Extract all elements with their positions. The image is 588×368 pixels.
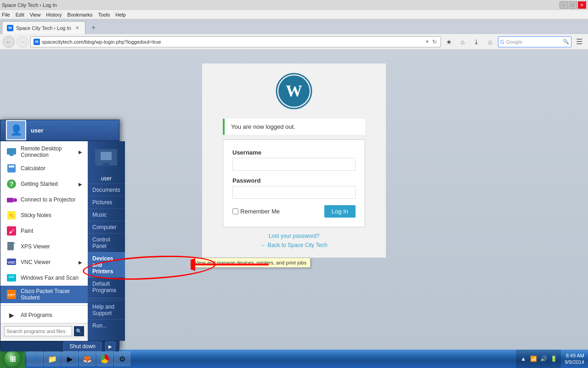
start-item-getting-started[interactable]: ? Getting Started ▶: [0, 176, 88, 192]
submenu-item-pictures[interactable]: Pictures: [88, 196, 125, 208]
star-icon[interactable]: ★: [443, 36, 455, 48]
menu-history[interactable]: History: [46, 12, 62, 17]
password-input[interactable]: [232, 186, 356, 199]
start-menu-search: 🔍: [0, 323, 88, 339]
submenu-user-text: user: [101, 175, 112, 182]
address-text: spacecitytech.com/blog/wp-login.php?logg…: [42, 39, 423, 45]
download-icon[interactable]: ⤓: [470, 36, 482, 48]
taskbar-item-misc[interactable]: ⚙: [114, 351, 130, 366]
taskbar-clock[interactable]: 8:49 AM 9/9/2014: [561, 352, 588, 366]
taskbar-item-wmp[interactable]: ▶: [62, 351, 78, 366]
paint-icon: 🖌: [6, 225, 17, 236]
submenu-item-devices-printers[interactable]: Devices and Printers: [88, 252, 125, 277]
username-group: Username: [232, 149, 356, 171]
start-item-connect-projector[interactable]: Connect to a Projector: [0, 192, 88, 207]
shutdown-button[interactable]: Shut down: [63, 341, 102, 351]
start-item-windows-fax-label: Windows Fax and Scan: [21, 275, 79, 281]
svg-rect-21: [9, 277, 14, 278]
taskbar-item-ie[interactable]: e: [27, 351, 43, 366]
svg-rect-4: [10, 155, 13, 156]
close-button[interactable]: ✕: [578, 1, 586, 9]
remember-me-label[interactable]: Remember Me: [232, 208, 280, 215]
menu-file[interactable]: File: [2, 12, 10, 17]
svg-text:CPT: CPT: [8, 293, 15, 297]
logout-notice-text: You are now logged out.: [231, 123, 295, 130]
svg-rect-9: [7, 198, 13, 202]
submenu-item-control-panel[interactable]: Control Panel: [88, 233, 125, 252]
submenu-item-computer[interactable]: Computer: [88, 221, 125, 233]
form-actions: Remember Me Log In: [232, 205, 356, 218]
search-wrap[interactable]: G Google 🔍: [498, 36, 571, 47]
address-input-wrap[interactable]: W spacecitytech.com/blog/wp-login.php?lo…: [30, 36, 441, 47]
sys-tray-arrow[interactable]: ▲: [520, 355, 527, 362]
svg-text:✎: ✎: [9, 213, 14, 219]
user-name: user: [31, 127, 43, 134]
cisco-icon: CPT: [6, 289, 17, 300]
forward-button[interactable]: →: [17, 36, 28, 48]
address-dropdown-icon[interactable]: ▼: [425, 39, 430, 44]
new-tab-button[interactable]: +: [87, 21, 100, 34]
start-item-all-programs[interactable]: ▶ All Programs: [0, 307, 88, 323]
menu-help[interactable]: Help: [115, 12, 126, 17]
start-item-vnc-viewer[interactable]: VNC VNC Viewer ▶: [0, 254, 88, 270]
start-item-calculator-label: Calculator: [21, 165, 45, 172]
menu-edit[interactable]: Edit: [16, 12, 24, 17]
svg-rect-20: [9, 276, 14, 276]
tab-close-button[interactable]: ✕: [74, 25, 80, 31]
username-input[interactable]: [232, 158, 356, 171]
start-item-paint[interactable]: 🖌 Paint: [0, 223, 88, 239]
lost-password-link[interactable]: Lost your password?: [269, 233, 320, 239]
start-item-remote-desktop[interactable]: Remote Desktop Connection ▶: [0, 143, 88, 161]
maximize-button[interactable]: □: [569, 1, 577, 9]
back-button[interactable]: ←: [3, 36, 15, 48]
start-item-windows-fax[interactable]: Windows Fax and Scan: [0, 270, 88, 286]
start-item-sticky-notes-label: Sticky Notes: [21, 212, 51, 218]
svg-rect-6: [9, 166, 14, 167]
start-item-sticky-notes[interactable]: ✎ Sticky Notes: [0, 207, 88, 223]
start-search-button[interactable]: 🔍: [74, 326, 84, 336]
remember-me-checkbox[interactable]: [232, 208, 238, 214]
search-input[interactable]: Google: [506, 39, 561, 45]
refresh-button[interactable]: ↻: [432, 39, 437, 45]
start-item-xps-viewer[interactable]: XPS Viewer: [0, 239, 88, 254]
tab-active[interactable]: W Space City Tech › Log In ✕: [2, 21, 85, 34]
start-button[interactable]: ⊞: [0, 350, 25, 368]
minimize-button[interactable]: −: [560, 1, 568, 9]
home-button[interactable]: ⌂: [484, 36, 496, 48]
shutdown-arrow-button[interactable]: ▶: [105, 341, 115, 351]
menu-bookmarks[interactable]: Bookmarks: [68, 12, 93, 17]
menu-tools[interactable]: Tools: [98, 12, 110, 17]
submenu-item-help[interactable]: Help and Support: [88, 300, 125, 319]
user-avatar: 👤: [6, 120, 26, 140]
start-item-paint-label: Paint: [21, 228, 33, 234]
taskbar-item-folder[interactable]: 📁: [44, 351, 61, 366]
settings-icon[interactable]: ☰: [573, 36, 585, 48]
start-item-calculator[interactable]: Calculator: [0, 161, 88, 176]
submenu-item-run[interactable]: Run...: [88, 319, 125, 332]
start-search-input[interactable]: [4, 326, 72, 336]
taskbar: ⊞ e 📁 ▶: [0, 350, 588, 368]
xps-viewer-icon: [6, 241, 17, 252]
start-item-cisco[interactable]: CPT Cisco Packet Tracer Student: [0, 286, 88, 303]
start-item-remote-desktop-arrow: ▶: [79, 150, 82, 155]
taskbar-item-chrome[interactable]: [96, 351, 113, 366]
taskbar-item-firefox[interactable]: 🦊: [79, 351, 96, 366]
taskbar-items: e 📁 ▶ 🦊: [25, 351, 516, 366]
submenu-item-documents[interactable]: Documents: [88, 184, 125, 196]
back-to-site-link[interactable]: ← Back to Space City Tech: [260, 242, 327, 248]
submenu-item-music[interactable]: Music: [88, 208, 125, 221]
battery-icon[interactable]: 🔋: [550, 355, 557, 362]
svg-rect-15: [7, 242, 14, 250]
network-icon[interactable]: 📶: [530, 355, 537, 362]
home-icon[interactable]: ⌂: [457, 36, 469, 48]
start-item-all-programs-label: All Programs: [21, 312, 52, 318]
volume-icon[interactable]: 🔊: [540, 355, 547, 362]
submenu-item-default-programs[interactable]: Default Programs: [88, 277, 125, 296]
menu-view[interactable]: View: [30, 12, 41, 17]
wmp-icon: ▶: [66, 355, 74, 363]
browser-title: Space City Tech › Log In: [2, 2, 57, 8]
login-button[interactable]: Log In: [324, 205, 356, 218]
start-menu: 👤 user Remote Desktop Connection ▶: [0, 120, 119, 350]
toolbar-icons: ★ ⌂ ⤓ ⌂: [443, 36, 496, 48]
start-item-vnc-viewer-arrow: ▶: [79, 260, 82, 265]
